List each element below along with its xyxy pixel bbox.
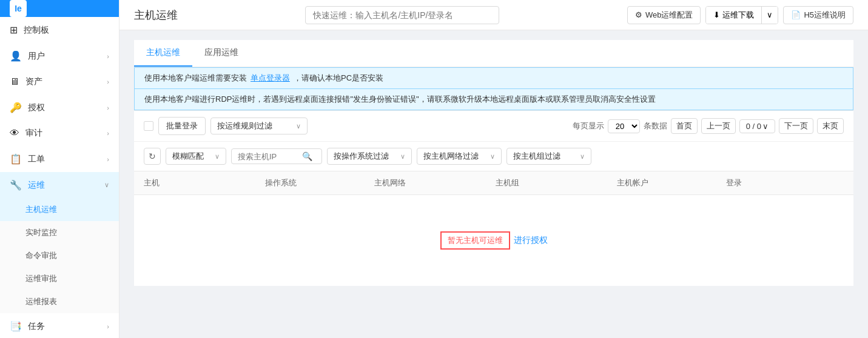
quick-search-input[interactable] xyxy=(305,6,499,24)
tab-app-ops[interactable]: 应用运维 xyxy=(192,40,251,67)
sidebar-item-label: 工单 xyxy=(28,154,45,165)
pagination: 每页显示 20 条数据 首页 上一页 0 / 0 ∨ 下一页 末页 xyxy=(573,118,844,134)
page-title: 主机运维 xyxy=(134,8,178,22)
refresh-button[interactable]: ↻ xyxy=(144,148,161,165)
tab-bar: 主机运维 应用运维 xyxy=(134,40,853,67)
dashboard-icon: ⊞ xyxy=(10,24,18,36)
no-host-text: 暂无主机可运维 xyxy=(440,231,510,250)
host-ip-search-input[interactable] xyxy=(238,152,298,161)
chevron-right-icon: › xyxy=(107,130,109,137)
sidebar-item-label: 资产 xyxy=(25,76,42,87)
ops-icon: 🔧 xyxy=(10,179,22,191)
sidebar-item-asset[interactable]: 🖥 资产 › xyxy=(0,69,119,94)
os-filter[interactable]: 按操作系统过滤 ∨ xyxy=(327,148,412,165)
download-icon: ⬇ xyxy=(713,10,720,19)
sidebar-item-audit[interactable]: 👁 审计 › xyxy=(0,121,119,146)
chevron-down-icon: ∨ xyxy=(296,122,301,130)
tab-host-ops[interactable]: 主机运维 xyxy=(134,40,192,67)
chevron-down-icon: ∨ xyxy=(767,10,773,19)
workorder-icon: 📋 xyxy=(10,153,22,165)
sidebar-item-label: 审计 xyxy=(25,128,42,139)
table-empty-state: 暂无主机可运维 进行授权 xyxy=(134,195,853,286)
logo-icon: Ie xyxy=(10,0,27,17)
task-icon: 📑 xyxy=(10,320,22,332)
filter-bar: ↻ 模糊匹配 ∨ 🔍 按操作系统过滤 ∨ 按主机网络过滤 ∨ xyxy=(134,141,853,171)
chevron-right-icon: › xyxy=(107,78,109,85)
ops-rule-filter[interactable]: 按运维规则过滤 ∨ xyxy=(210,118,308,134)
per-page-select[interactable]: 20 xyxy=(608,119,640,133)
chevron-right-icon: › xyxy=(107,156,109,163)
empty-message: 暂无主机可运维 进行授权 xyxy=(440,231,548,250)
chevron-down-icon: ∨ xyxy=(762,122,769,131)
chevron-right-icon: › xyxy=(107,104,109,111)
col-os: 操作系统 xyxy=(265,177,374,188)
first-page-button[interactable]: 首页 xyxy=(671,118,698,134)
prev-page-button[interactable]: 上一页 xyxy=(701,118,736,134)
alert-sso-link[interactable]: 单点登录器 xyxy=(251,73,290,84)
network-filter[interactable]: 按主机网络过滤 ∨ xyxy=(417,148,502,165)
content-area: 主机运维 应用运维 使用本地客户端运维需要安装 单点登录器 ，请确认本地PC是否… xyxy=(119,30,868,338)
h5-guide-button[interactable]: 📄 H5运维说明 xyxy=(783,6,853,24)
sidebar-item-label: 运维 xyxy=(28,180,45,191)
batch-login-button[interactable]: 批量登录 xyxy=(158,117,206,135)
alert-rdp: 使用本地客户端进行RDP运维时，若遇到远程桌面连接报错"发生身份验证错误"，请联… xyxy=(134,89,853,110)
sidebar-item-label: 控制板 xyxy=(24,25,49,36)
chevron-right-icon: › xyxy=(107,53,109,60)
sidebar-item-ops[interactable]: 🔧 运维 ∨ xyxy=(0,172,119,198)
host-ip-search-box: 🔍 xyxy=(231,148,322,164)
alert-rdp-text: 使用本地客户端进行RDP运维时，若遇到远程桌面连接报错"发生身份验证错误"，请联… xyxy=(144,94,656,105)
next-page-button[interactable]: 下一页 xyxy=(779,118,813,134)
alert-text-after: ，请确认本地PC是否安装 xyxy=(294,73,383,84)
download-arrow-button[interactable]: ∨ xyxy=(761,7,778,24)
web-config-button[interactable]: ⚙ Web运维配置 xyxy=(627,6,701,24)
alert-text-before: 使用本地客户端运维需要安装 xyxy=(144,73,247,84)
sidebar-item-dashboard[interactable]: ⊞ 控制板 xyxy=(0,17,119,43)
auth-icon: 🔑 xyxy=(10,102,22,113)
sidebar-sub-item-ops-report[interactable]: 运维报表 xyxy=(0,290,119,313)
page-info: 0 / 0 ∨ xyxy=(739,119,775,133)
quick-search-wrap xyxy=(305,6,499,24)
per-page-label: 每页显示 xyxy=(573,121,604,131)
asset-icon: 🖥 xyxy=(10,76,19,87)
sidebar-sub-item-realtime[interactable]: 实时监控 xyxy=(0,221,119,244)
table-header: 主机 操作系统 主机网络 主机组 主机帐户 登录 xyxy=(134,171,853,195)
chevron-right-icon: › xyxy=(107,323,109,330)
table-toolbar: 批量登录 按运维规则过滤 ∨ 每页显示 20 条数据 首页 上一页 0 / 0 … xyxy=(134,110,853,141)
header-actions: ⚙ Web运维配置 ⬇ 运维下载 ∨ 📄 H5运维说明 xyxy=(627,6,853,24)
match-type-filter[interactable]: 模糊匹配 ∨ xyxy=(166,148,226,165)
select-all-checkbox[interactable] xyxy=(144,121,153,131)
group-filter[interactable]: 按主机组过滤 ∨ xyxy=(506,148,591,165)
col-network: 主机网络 xyxy=(374,177,496,188)
gear-icon: ⚙ xyxy=(635,10,642,19)
sidebar-item-user[interactable]: 👤 用户 › xyxy=(0,43,119,69)
sidebar-item-label: 授权 xyxy=(28,102,45,113)
records-label: 条数据 xyxy=(644,121,667,131)
col-group: 主机组 xyxy=(496,177,617,188)
download-main-button[interactable]: ⬇ 运维下载 xyxy=(706,7,761,24)
main-content: 主机运维 ⚙ Web运维配置 ⬇ 运维下载 ∨ 📄 H5运维说明 xyxy=(119,0,868,338)
col-account: 主机帐户 xyxy=(617,177,726,188)
sidebar-item-auth[interactable]: 🔑 授权 › xyxy=(0,94,119,121)
chevron-down-icon: ∨ xyxy=(490,153,495,161)
chevron-down-icon: ∨ xyxy=(215,153,220,161)
download-button-split: ⬇ 运维下载 ∨ xyxy=(705,6,778,24)
page-header: 主机运维 ⚙ Web运维配置 ⬇ 运维下载 ∨ 📄 H5运维说明 xyxy=(119,0,868,30)
ops-submenu: 主机运维 实时监控 命令审批 运维审批 运维报表 xyxy=(0,198,119,313)
audit-icon: 👁 xyxy=(10,128,19,139)
sidebar-logo: Ie xyxy=(0,0,119,17)
user-icon: 👤 xyxy=(10,50,22,62)
sidebar: Ie ⊞ 控制板 👤 用户 › 🖥 资产 › 🔑 授权 › 👁 审计 › 📋 工… xyxy=(0,0,119,338)
sidebar-sub-item-cmd-audit[interactable]: 命令审批 xyxy=(0,244,119,267)
chevron-down-icon: ∨ xyxy=(580,153,585,161)
alert-sso: 使用本地客户端运维需要安装 单点登录器 ，请确认本地PC是否安装 xyxy=(134,67,853,89)
sidebar-item-label: 任务 xyxy=(28,321,45,332)
authorize-link[interactable]: 进行授权 xyxy=(514,235,548,246)
doc-icon: 📄 xyxy=(791,10,801,19)
sidebar-sub-item-host-ops[interactable]: 主机运维 xyxy=(0,198,119,221)
sidebar-item-task[interactable]: 📑 任务 › xyxy=(0,313,119,338)
sidebar-item-label: 用户 xyxy=(28,51,45,62)
col-host: 主机 xyxy=(144,177,265,188)
sidebar-item-workorder[interactable]: 📋 工单 › xyxy=(0,146,119,172)
last-page-button[interactable]: 末页 xyxy=(817,118,844,134)
sidebar-sub-item-ops-audit[interactable]: 运维审批 xyxy=(0,267,119,290)
